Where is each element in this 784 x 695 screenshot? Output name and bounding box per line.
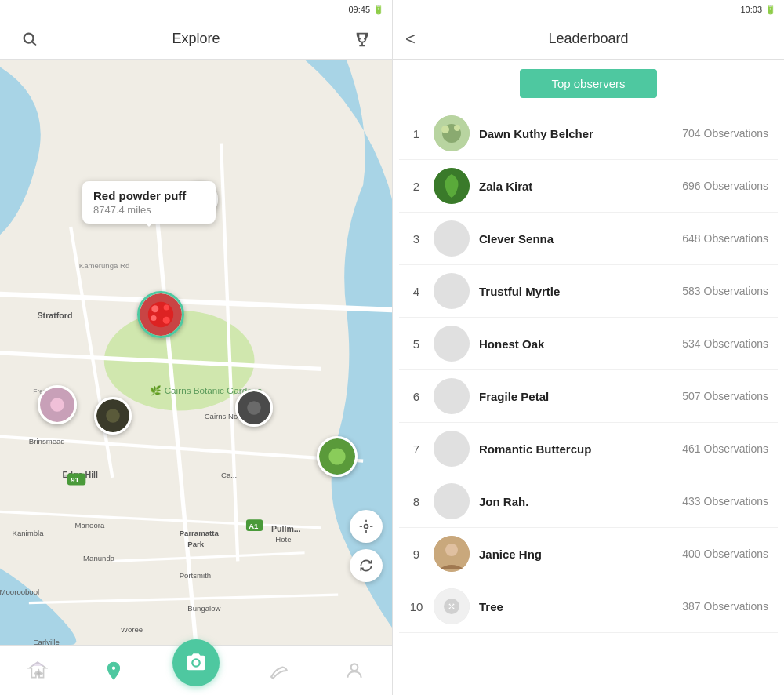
svg-text:✦: ✦: [34, 666, 44, 679]
user-name: Fragile Petal: [479, 390, 673, 403]
svg-text:Earlville: Earlville: [33, 638, 60, 645]
explore-title: Explore: [172, 31, 220, 47]
map-pin-3[interactable]: [38, 385, 77, 424]
left-header: Explore: [0, 19, 392, 60]
svg-text:Brinsmead: Brinsmead: [29, 437, 65, 446]
leaderboard-row[interactable]: 4Trustful Myrtle583 Observations: [399, 265, 778, 318]
svg-point-50: [247, 401, 261, 415]
svg-text:Kamerunga Rd: Kamerunga Rd: [79, 261, 129, 270]
svg-text:Ca...: Ca...: [221, 471, 237, 479]
leaderboard-row[interactable]: 8Jon Rah.433 Observations: [399, 475, 778, 528]
avatar: [434, 220, 470, 257]
bottom-nav: ✦: [0, 645, 392, 695]
svg-text:A1: A1: [249, 522, 259, 530]
user-name: Romantic Buttercup: [479, 442, 673, 456]
left-status-bar: 09:45 🔋: [0, 0, 392, 19]
nav-profile[interactable]: [337, 653, 372, 688]
leaderboard-title: Leaderboard: [430, 31, 746, 47]
map-controls: [350, 510, 383, 582]
avatar: [434, 431, 470, 467]
leaderboard-row[interactable]: 1 Dawn Kuthy Belcher704 Observations: [399, 107, 778, 160]
map-pin-6[interactable]: [317, 436, 358, 477]
user-name: Clever Senna: [479, 232, 673, 246]
right-panel: 10:03 🔋 < Leaderboard Top observers 1 Da…: [392, 0, 784, 695]
avatar: [434, 378, 470, 414]
rank-number: 4: [408, 285, 424, 298]
svg-point-40: [164, 304, 169, 310]
camera-button[interactable]: [172, 639, 220, 686]
observation-count: 583 Observations: [682, 285, 768, 297]
observation-count: 387 Observations: [682, 600, 768, 613]
user-name: Jon Rah.: [479, 495, 673, 508]
refresh-button[interactable]: [350, 549, 383, 582]
left-battery-icon: 🔋: [373, 5, 384, 15]
observation-count: 696 Observations: [682, 180, 768, 192]
observation-count: 400 Observations: [682, 548, 768, 560]
leaderboard-row[interactable]: 6Fragile Petal507 Observations: [399, 370, 778, 423]
rank-number: 1: [408, 127, 424, 140]
user-name: Trustful Myrtle: [479, 285, 673, 298]
leaderboard-row[interactable]: 9 Janice Hng400 Observations: [399, 528, 778, 580]
leaderboard-row[interactable]: 10 Tree387 Observations: [399, 580, 778, 633]
rank-number: 3: [408, 232, 424, 246]
leaderboard-row[interactable]: 5Honest Oak534 Observations: [399, 318, 778, 370]
svg-point-46: [50, 398, 64, 412]
right-battery-icon: 🔋: [765, 5, 776, 15]
leaderboard-row[interactable]: 3Clever Senna648 Observations: [399, 213, 778, 265]
main-map-pin[interactable]: [137, 291, 184, 338]
tab-top-observers[interactable]: Top observers: [520, 69, 656, 98]
tab-bar: Top observers: [393, 60, 784, 107]
back-button[interactable]: <: [405, 29, 430, 49]
svg-text:Portsmith: Portsmith: [180, 571, 211, 580]
svg-text:91: 91: [71, 475, 79, 484]
nav-location[interactable]: [96, 653, 131, 688]
svg-point-0: [24, 33, 34, 42]
observation-count: 534 Observations: [682, 337, 768, 350]
svg-text:Manunda: Manunda: [83, 554, 115, 562]
svg-text:Kanimbla: Kanimbla: [13, 529, 45, 537]
svg-text:Pullm...: Pullm...: [271, 524, 301, 533]
search-button[interactable]: [13, 22, 47, 56]
user-name: Zala Kirat: [479, 180, 673, 193]
svg-point-66: [445, 544, 458, 556]
right-time: 10:03: [740, 5, 762, 14]
rank-number: 10: [408, 600, 424, 613]
leaderboard-row[interactable]: 2 Zala Kirat696 Observations: [399, 160, 778, 213]
crosshair-button[interactable]: [350, 510, 383, 543]
svg-point-59: [350, 664, 358, 671]
trophy-button[interactable]: [345, 22, 379, 56]
observation-count: 461 Observations: [682, 442, 768, 455]
user-name: Honest Oak: [479, 337, 673, 351]
svg-point-38: [148, 302, 173, 327]
tooltip-distance: 8747.4 miles: [93, 204, 205, 216]
map-tooltip: Red powder puff 8747.4 miles: [82, 181, 216, 224]
svg-text:Parramatta: Parramatta: [180, 529, 220, 537]
avatar: [434, 168, 470, 204]
user-name: Tree: [479, 600, 673, 613]
avatar: [434, 483, 470, 519]
rank-number: 9: [408, 548, 424, 561]
map-pin-4[interactable]: [94, 397, 132, 435]
svg-text:Park: Park: [187, 540, 204, 548]
svg-text:Mooroobool: Mooroobool: [0, 588, 39, 596]
observation-count: 507 Observations: [682, 390, 768, 402]
tooltip-title: Red powder puff: [93, 189, 205, 202]
rank-number: 5: [408, 337, 424, 351]
nav-leaf[interactable]: [261, 653, 296, 688]
svg-text:Manoora: Manoora: [74, 521, 104, 529]
user-name: Dawn Kuthy Belcher: [479, 127, 673, 140]
right-status-bar: 10:03 🔋: [393, 0, 784, 19]
map-area[interactable]: Kamerunga Rd Stratford Freshwater Brinsm…: [0, 60, 392, 645]
nav-home[interactable]: ✦: [20, 653, 55, 688]
svg-text:Hotel: Hotel: [275, 535, 292, 544]
svg-point-42: [163, 317, 170, 324]
avatar: [434, 115, 470, 151]
observation-count: 648 Observations: [682, 232, 768, 245]
left-time: 09:45: [348, 5, 370, 14]
svg-point-52: [328, 448, 345, 464]
leaderboard-row[interactable]: 7Romantic Buttercup461 Observations: [399, 423, 778, 475]
left-panel: 09:45 🔋 Explore: [0, 0, 392, 695]
svg-text:Stratford: Stratford: [38, 311, 73, 320]
rank-number: 2: [408, 180, 424, 193]
map-pin-5[interactable]: [235, 389, 273, 427]
